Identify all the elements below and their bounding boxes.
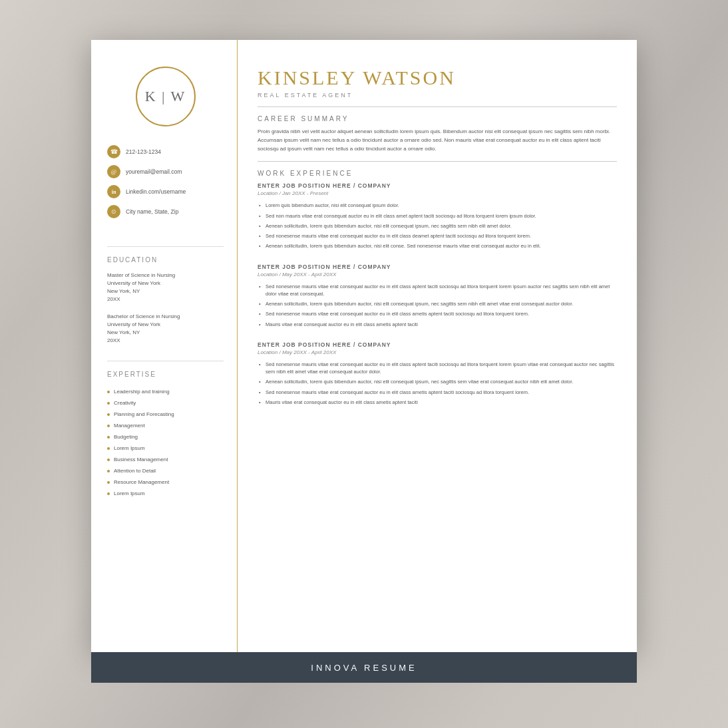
contact-linkedin: in Linkedin.com/username: [107, 185, 224, 198]
job-bullet-item: Sed nonesense mauris vitae erat consequa…: [258, 359, 617, 377]
expertise-item: Planning and Forecasting: [107, 409, 174, 420]
name-block: KINSLEY WATSON REAL ESTATE AGENT: [258, 67, 617, 98]
career-summary-heading: CAREER SUMMARY: [258, 115, 617, 122]
expertise-bullet-icon: [107, 447, 110, 450]
job-entry-2: ENTER JOB POSITION HERE / COMPANYLocatio…: [258, 264, 617, 329]
job-bullet-item: Aenean sollicitudin, lorem quis bibendum…: [258, 299, 617, 309]
education-title: EDUCATION: [107, 256, 158, 264]
job-bullet-item: Sed nonesense mauris vitae erat consequa…: [258, 309, 617, 319]
expertise-item: Lorem Ipsum: [107, 488, 174, 499]
expertise-bullet-icon: [107, 391, 110, 393]
expertise-item: Leadership and training: [107, 386, 174, 397]
phone-text: 212-123-1234: [126, 148, 161, 155]
job-bullets-1: Lorem quis bibendum auctor, nisi elit co…: [258, 200, 617, 251]
expertise-item: Resource Management: [107, 476, 174, 488]
contact-location: ⊙ City name, State, Zip: [107, 205, 224, 218]
linkedin-text: Linkedin.com/username: [126, 188, 186, 195]
edu-school-2: University of New York: [107, 321, 180, 329]
expertise-item: Lorem Ipsum: [107, 443, 174, 454]
job-bullet-item: Sed nonesense mauris vitae erat consequa…: [258, 387, 617, 397]
job-bullet-item: Mauris vitae erat consequat auctor eu in…: [258, 397, 617, 407]
edu-location-2: New York, NY: [107, 329, 180, 337]
expertise-item: Creativity: [107, 397, 174, 409]
expertise-title: EXPERTISE: [107, 371, 156, 378]
education-entry-1: Master of Science in Nursing University …: [107, 272, 175, 303]
expertise-bullet-icon: [107, 413, 110, 416]
phone-icon: ☎: [107, 145, 120, 158]
edu-location-1: New York, NY: [107, 287, 175, 295]
footer-bar: INNOVA RESUME: [91, 652, 637, 683]
expertise-item: Management: [107, 420, 174, 431]
job-entry-1: ENTER JOB POSITION HERE / COMPANYLocatio…: [258, 182, 617, 251]
job-bullet-item: Sed non mauris vitae erat consequat auct…: [258, 211, 617, 221]
jobs-container: ENTER JOB POSITION HERE / COMPANYLocatio…: [258, 182, 617, 407]
expertise-bullet-icon: [107, 402, 110, 405]
monogram-text: K | W: [145, 88, 186, 105]
contact-email: @ youremail@email.com: [107, 165, 224, 178]
expertise-item: Budgeting: [107, 431, 174, 443]
job-location-2: Location / May 20XX - April 20XX: [258, 272, 617, 277]
career-summary-text: Proin gravida nibh vel velit auctor aliq…: [258, 128, 617, 153]
job-bullet-item: Aenean sollicitudin, lorem quis bibendum…: [258, 377, 617, 387]
edu-year-2: 20XX: [107, 337, 180, 345]
email-text: youremail@email.com: [126, 168, 182, 175]
location-text: City name, State, Zip: [126, 208, 178, 215]
email-icon: @: [107, 165, 120, 178]
edu-year-1: 20XX: [107, 295, 175, 303]
expertise-bullet-icon: [107, 470, 110, 472]
expertise-item: Business Management: [107, 454, 174, 465]
edu-degree-1: Master of Science in Nursing: [107, 272, 175, 279]
expertise-list: Leadership and trainingCreativityPlannin…: [107, 386, 174, 499]
job-bullet-item: Mauris vitae erat consequat auctor eu in…: [258, 319, 617, 329]
job-bullet-item: Lorem quis bibendum auctor, nisi elit co…: [258, 200, 617, 210]
expertise-divider: [107, 361, 224, 361]
expertise-bullet-icon: [107, 425, 110, 427]
job-bullets-3: Sed nonesense mauris vitae erat consequa…: [258, 359, 617, 407]
job-position-1: ENTER JOB POSITION HERE / COMPANY: [258, 182, 617, 189]
full-name: KINSLEY WATSON: [258, 67, 617, 89]
expertise-bullet-icon: [107, 492, 110, 495]
expertise-bullet-icon: [107, 458, 110, 461]
work-experience-heading: WORK EXPERIENCE: [258, 170, 617, 177]
expertise-bullet-icon: [107, 436, 110, 439]
education-entry-2: Bachelor of Science in Nursing Universit…: [107, 313, 180, 345]
location-icon: ⊙: [107, 205, 120, 218]
sidebar: K | W ☎ 212-123-1234 @ youremail@email.c…: [91, 40, 238, 652]
edu-school-1: University of New York: [107, 279, 175, 287]
monogram-circle: K | W: [136, 67, 196, 126]
linkedin-icon: in: [107, 185, 120, 198]
job-entry-3: ENTER JOB POSITION HERE / COMPANYLocatio…: [258, 341, 617, 407]
expertise-item: Attention to Detail: [107, 465, 174, 476]
job-position-3: ENTER JOB POSITION HERE / COMPANY: [258, 341, 617, 348]
contact-section: ☎ 212-123-1234 @ youremail@email.com in …: [107, 145, 224, 225]
job-position-2: ENTER JOB POSITION HERE / COMPANY: [258, 264, 617, 270]
resume-card: K | W ☎ 212-123-1234 @ youremail@email.c…: [91, 40, 637, 652]
job-bullet-item: Aenean sollicitudin, lorem quis bibendum…: [258, 221, 617, 231]
job-location-1: Location / Jan 20XX - Present: [258, 190, 617, 196]
expertise-bullet-icon: [107, 481, 110, 484]
job-location-3: Location / May 20XX - April 20XX: [258, 349, 617, 355]
job-bullets-2: Sed nonesense mauris vitae erat consequa…: [258, 281, 617, 329]
main-content: KINSLEY WATSON REAL ESTATE AGENT CAREER …: [238, 40, 637, 652]
footer-text: INNOVA RESUME: [311, 663, 417, 673]
education-divider: [107, 246, 224, 247]
job-bullet-item: Sed nonesense mauris vitae erat consequa…: [258, 281, 617, 299]
contact-phone: ☎ 212-123-1234: [107, 145, 224, 158]
summary-divider-top: [258, 106, 617, 107]
job-bullet-item: Sed nonesense mauris vitae erat consequa…: [258, 231, 617, 241]
job-bullet-item: Aenean sollicitudin, lorem quis bibendum…: [258, 241, 617, 251]
page-wrapper: K | W ☎ 212-123-1234 @ youremail@email.c…: [0, 0, 728, 696]
job-title: REAL ESTATE AGENT: [258, 92, 617, 98]
work-divider-top: [258, 161, 617, 162]
edu-degree-2: Bachelor of Science in Nursing: [107, 313, 180, 321]
